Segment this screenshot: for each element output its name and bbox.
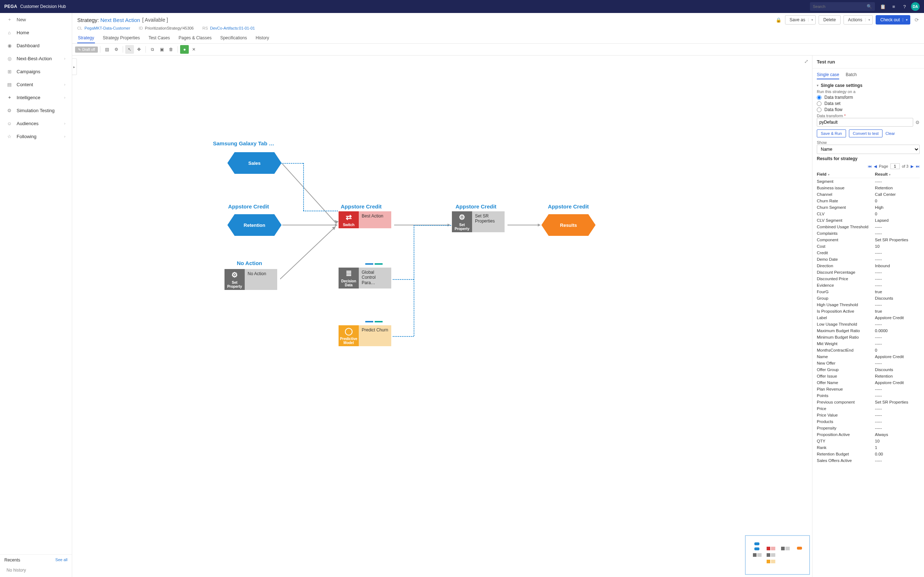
- table-row: Mkt Weight-----: [817, 340, 920, 347]
- search-box[interactable]: 🔍: [810, 2, 875, 11]
- radio-dataset[interactable]: [817, 102, 822, 106]
- table-row: Complaints-----: [817, 230, 920, 237]
- subtab-batch[interactable]: Batch: [846, 71, 857, 79]
- minimap[interactable]: [745, 535, 810, 575]
- clear-link[interactable]: Clear: [885, 131, 895, 135]
- table-row: Churn SegmentHigh: [817, 204, 920, 211]
- last-page[interactable]: ⏭: [916, 164, 920, 168]
- chevron-right-icon: ›: [64, 134, 65, 139]
- convert-button[interactable]: Convert to test: [849, 129, 883, 137]
- shape-set-sr[interactable]: ⚙Set Property Set SR Properties: [452, 211, 505, 232]
- settings-icon[interactable]: ≡: [891, 3, 897, 10]
- label-appstore2: Appstore Credit: [341, 203, 381, 210]
- sidebar-item-intelligence[interactable]: ✦Intelligence›: [0, 91, 72, 104]
- shape-decision-data[interactable]: ≣Decision Data Global Control Para…: [339, 268, 391, 288]
- sidebar-item-audiences[interactable]: ☺Audiences›: [0, 117, 72, 130]
- page-input[interactable]: [890, 163, 900, 169]
- arrow: [280, 225, 338, 281]
- tool-gear[interactable]: ⚙: [112, 45, 121, 54]
- delete-button[interactable]: Delete: [819, 15, 841, 24]
- tool-copy[interactable]: ⧉: [148, 45, 157, 54]
- table-row: CLV SegmentLapsed: [817, 217, 920, 224]
- prev-page[interactable]: ◀: [874, 164, 877, 169]
- sidebar-item-next-best-action[interactable]: ◎Next-Best-Action›: [0, 52, 72, 65]
- table-row: QTY10: [817, 438, 920, 444]
- table-row: Proposition ActiveAlways: [817, 431, 920, 438]
- tool-valid[interactable]: ●: [180, 45, 189, 54]
- show-select[interactable]: Name: [817, 145, 920, 154]
- checkout-button[interactable]: Check out▾: [876, 15, 910, 24]
- tool-layers[interactable]: ▤: [102, 45, 111, 54]
- tool-delete[interactable]: 🗑: [167, 45, 175, 54]
- nav-icon: ⌂: [6, 29, 12, 35]
- save-run-button[interactable]: Save & Run: [817, 129, 846, 137]
- draft-toggle[interactable]: ✎Draft off: [75, 47, 98, 53]
- hex-sales[interactable]: Sales: [234, 152, 274, 174]
- sidebar-item-simulation-testing[interactable]: ⚙Simulation Testing: [0, 104, 72, 117]
- sidebar-item-content[interactable]: ▤Content›: [0, 78, 72, 91]
- see-all-link[interactable]: See all: [55, 558, 68, 562]
- subtab-single[interactable]: Single case: [817, 71, 839, 79]
- table-row: Minimum Budget Ratio-----: [817, 334, 920, 340]
- radio-datatransform[interactable]: [817, 95, 822, 100]
- gear-icon[interactable]: ⚙: [915, 120, 920, 125]
- expand-icon[interactable]: ⤢: [804, 58, 809, 64]
- sidebar-item-following[interactable]: ☆Following›: [0, 130, 72, 143]
- hex-results[interactable]: Results: [549, 214, 588, 236]
- tab-test-cases[interactable]: Test Cases: [148, 33, 170, 43]
- table-row: Retention Budget0.00: [817, 451, 920, 457]
- chevron-down-icon[interactable]: ▾: [817, 84, 819, 87]
- search-icon: 🔍: [867, 4, 872, 9]
- table-row: DirectionInbound: [817, 263, 920, 269]
- canvas[interactable]: ▸ ⤢ Samsung Galaxy Tab … Appstore Credit…: [72, 56, 812, 577]
- table-row: LabelAppstore Credit: [817, 314, 920, 321]
- table-row: Low Usage Threshold-----: [817, 321, 920, 327]
- top-bar: PEGA Customer Decision Hub 🔍 📋 ≡ ? DA: [0, 0, 924, 13]
- nav-icon: ⚙: [6, 108, 12, 113]
- model-icon: ◯: [345, 327, 353, 335]
- label-appstore4: Appstore Credit: [548, 203, 589, 210]
- tool-pointer[interactable]: ↖: [125, 45, 134, 54]
- sidebar-item-dashboard[interactable]: ◉Dashboard: [0, 39, 72, 52]
- help-icon[interactable]: ?: [901, 3, 908, 10]
- next-page[interactable]: ▶: [911, 164, 914, 169]
- datatransform-input[interactable]: [817, 118, 913, 127]
- label-appstore3: Appstore Credit: [456, 203, 496, 210]
- palette-handle[interactable]: ▸: [72, 58, 77, 75]
- first-page[interactable]: ⏮: [868, 164, 872, 168]
- sidebar-item-home[interactable]: ⌂Home: [0, 26, 72, 39]
- radio-dataflow[interactable]: [817, 108, 822, 112]
- tool-pan[interactable]: ✥: [135, 45, 143, 54]
- table-row: NameAppstore Credit: [817, 353, 920, 360]
- nav-icon: ◎: [6, 56, 12, 61]
- tab-pages-classes[interactable]: Pages & Classes: [178, 33, 212, 43]
- table-row: Segment-----: [817, 178, 920, 185]
- shape-no-action[interactable]: ⚙Set Property No Action: [225, 269, 277, 290]
- arrow: [282, 164, 339, 225]
- strategy-name[interactable]: Next Best Action: [100, 17, 140, 23]
- search-input[interactable]: [813, 4, 863, 9]
- actions-button[interactable]: Actions▾: [843, 15, 873, 24]
- tab-history[interactable]: History: [255, 33, 270, 43]
- recents-header: Recents See all: [0, 554, 72, 566]
- avatar[interactable]: DA: [911, 2, 920, 11]
- shape-switch[interactable]: ⇄Switch Best Action: [339, 211, 391, 228]
- chevron-right-icon: ›: [64, 82, 65, 87]
- table-row: Evidence-----: [817, 282, 920, 288]
- gear-icon: ⚙: [231, 271, 238, 279]
- table-row: Sales Offers Active-----: [817, 457, 920, 464]
- new-button[interactable]: ＋ New: [0, 13, 72, 26]
- refresh-icon[interactable]: ⟳: [914, 17, 919, 23]
- tab-strategy[interactable]: Strategy: [77, 33, 95, 43]
- shape-predict[interactable]: ◯Predictive Model Predict Churn: [339, 325, 391, 346]
- tool-paste[interactable]: ▣: [157, 45, 166, 54]
- hex-retention[interactable]: Retention: [234, 214, 274, 236]
- tab-specifications[interactable]: Specifications: [220, 33, 247, 43]
- tab-strategy-properties[interactable]: Strategy Properties: [102, 33, 141, 43]
- sidebar-item-campaigns[interactable]: ⊞Campaigns: [0, 65, 72, 78]
- app-name: Customer Decision Hub: [20, 4, 66, 9]
- tool-close[interactable]: ✕: [189, 45, 198, 54]
- save-as-button[interactable]: Save as▾: [785, 15, 816, 24]
- table-row: Plan Revenue-----: [817, 386, 920, 392]
- clipboard-icon[interactable]: 📋: [880, 3, 886, 10]
